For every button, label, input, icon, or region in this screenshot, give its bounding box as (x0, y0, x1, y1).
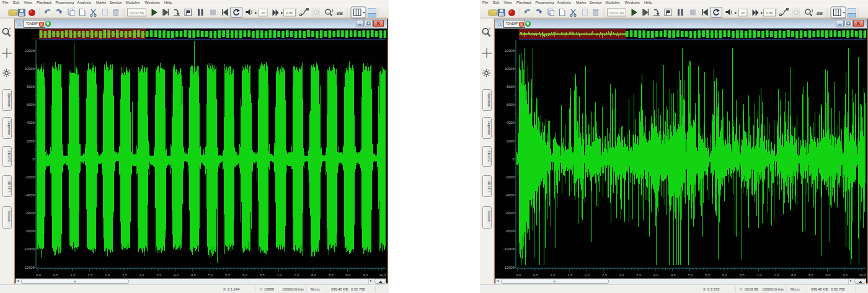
svg-text:4,5: 4,5 (191, 273, 196, 277)
svg-text:4000: 4000 (507, 121, 514, 125)
svg-text:4000: 4000 (27, 121, 34, 125)
svg-text:2,0: 2,0 (105, 273, 110, 277)
svg-text:20: 20 (741, 11, 745, 15)
svg-text:5,5: 5,5 (705, 273, 710, 277)
svg-text:-10000: -10000 (24, 247, 34, 251)
svg-text:10000: 10000 (25, 67, 35, 71)
svg-text:9,5: 9,5 (843, 273, 848, 277)
svg-text:5,5: 5,5 (225, 273, 230, 277)
svg-text:3,0: 3,0 (619, 273, 624, 277)
svg-text:2,5: 2,5 (602, 273, 607, 277)
svg-text:0,5: 0,5 (533, 273, 538, 277)
svg-text:-8000: -8000 (505, 229, 514, 233)
svg-text:6000: 6000 (507, 103, 514, 107)
svg-text:-4000: -4000 (25, 193, 34, 197)
svg-text:10000: 10000 (505, 67, 515, 71)
svg-text:00:01.45: 00:01.45 (609, 11, 624, 15)
svg-text:1,0: 1,0 (71, 273, 76, 277)
svg-text:6,5: 6,5 (740, 273, 745, 277)
svg-text:4,5: 4,5 (671, 273, 676, 277)
svg-text:dB: dB (817, 11, 823, 16)
svg-text:-6000: -6000 (25, 211, 34, 215)
svg-text:2,0: 2,0 (585, 273, 590, 277)
svg-text:4,0: 4,0 (653, 273, 658, 277)
svg-text:12000: 12000 (25, 48, 35, 52)
svg-text:1,5: 1,5 (567, 273, 572, 277)
svg-text:9,5: 9,5 (363, 273, 368, 277)
svg-text:10,0: 10,0 (379, 273, 386, 277)
svg-text:1,5: 1,5 (87, 273, 92, 277)
svg-text:0: 0 (32, 157, 34, 160)
svg-text:8,0: 8,0 (311, 273, 316, 277)
svg-text:8000: 8000 (27, 85, 34, 89)
svg-text:5,0: 5,0 (208, 273, 213, 277)
svg-text:9,0: 9,0 (826, 273, 831, 277)
svg-text:0.80: 0.80 (286, 11, 293, 15)
svg-text:00:02.56: 00:02.56 (130, 11, 144, 15)
svg-text:0,0: 0,0 (36, 273, 41, 277)
svg-text:1,0: 1,0 (551, 273, 556, 277)
svg-text:0,0: 0,0 (516, 273, 521, 277)
svg-text:3,5: 3,5 (636, 273, 641, 277)
svg-text:2,5: 2,5 (122, 273, 127, 277)
svg-text:7,0: 7,0 (757, 273, 762, 277)
svg-text:9,0: 9,0 (346, 273, 351, 277)
svg-text:-12000: -12000 (503, 265, 514, 269)
svg-text:10,0: 10,0 (859, 273, 866, 277)
svg-text:2000: 2000 (507, 139, 514, 142)
svg-text:4,0: 4,0 (174, 273, 179, 277)
svg-text:7,5: 7,5 (774, 273, 779, 277)
svg-text:0: 0 (512, 157, 514, 160)
svg-text:-2000: -2000 (25, 175, 34, 178)
svg-text:8000: 8000 (507, 85, 514, 89)
svg-text:-12000: -12000 (24, 265, 34, 269)
svg-text:-4000: -4000 (505, 193, 514, 197)
svg-text:-8000: -8000 (25, 229, 34, 233)
svg-text:0,5: 0,5 (53, 273, 58, 277)
svg-text:-6000: -6000 (505, 211, 514, 215)
svg-text:7,5: 7,5 (294, 273, 299, 277)
svg-text:7,0: 7,0 (277, 273, 282, 277)
svg-text:3,0: 3,0 (140, 273, 144, 277)
svg-text:6000: 6000 (27, 103, 34, 107)
svg-text:dB: dB (337, 11, 343, 16)
svg-text:-10000: -10000 (503, 247, 514, 251)
svg-text:0.80: 0.80 (766, 11, 773, 15)
svg-text:6,0: 6,0 (722, 273, 727, 277)
svg-text:8,0: 8,0 (791, 273, 796, 277)
svg-text:3,5: 3,5 (156, 273, 161, 277)
svg-text:2000: 2000 (27, 139, 34, 142)
svg-text:12000: 12000 (505, 48, 515, 52)
svg-text:8,5: 8,5 (808, 273, 813, 277)
svg-text:8,5: 8,5 (329, 273, 334, 277)
svg-text:6,0: 6,0 (242, 273, 247, 277)
svg-text:6,5: 6,5 (260, 273, 265, 277)
svg-text:20: 20 (261, 11, 265, 15)
svg-text:5,0: 5,0 (688, 273, 693, 277)
svg-text:-2000: -2000 (505, 175, 514, 178)
